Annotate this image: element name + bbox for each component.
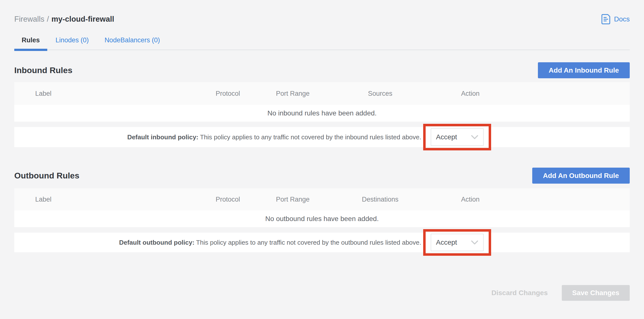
footer-actions: Discard Changes Save Changes bbox=[14, 285, 630, 301]
docs-icon bbox=[601, 14, 610, 24]
column-header-protocol: Protocol bbox=[198, 90, 258, 98]
column-header-port-range: Port Range bbox=[258, 196, 328, 203]
column-header-sources: Sources bbox=[328, 90, 433, 98]
inbound-rules-title: Inbound Rules bbox=[14, 66, 72, 75]
column-header-protocol: Protocol bbox=[198, 196, 258, 203]
breadcrumb: Firewalls / my-cloud-firewall bbox=[14, 15, 114, 24]
column-header-port-range: Port Range bbox=[258, 90, 328, 98]
inbound-policy-selected-value: Accept bbox=[436, 133, 457, 141]
firewall-rules-page: Firewalls / my-cloud-firewall Docs Rules… bbox=[0, 0, 644, 319]
topbar: Firewalls / my-cloud-firewall Docs bbox=[14, 14, 630, 24]
tab-linodes-label: Linodes (0) bbox=[56, 36, 89, 44]
tab-linodes[interactable]: Linodes (0) bbox=[48, 36, 96, 50]
outbound-table-header-row: Label Protocol Port Range Destinations A… bbox=[14, 188, 630, 210]
inbound-rules-table: Label Protocol Port Range Sources Action… bbox=[14, 82, 630, 147]
column-header-label: Label bbox=[14, 196, 198, 203]
chevron-down-icon bbox=[471, 135, 478, 139]
tab-rules[interactable]: Rules bbox=[14, 36, 47, 50]
column-header-action: Action bbox=[433, 90, 508, 98]
add-inbound-rule-button[interactable]: Add An Inbound Rule bbox=[538, 62, 630, 78]
row-divider bbox=[14, 227, 630, 232]
tab-bar: Rules Linodes (0) NodeBalancers (0) bbox=[14, 36, 630, 50]
add-outbound-rule-button[interactable]: Add An Outbound Rule bbox=[532, 168, 630, 184]
inbound-policy-highlight-box: Accept bbox=[423, 124, 491, 150]
inbound-section-header: Inbound Rules Add An Inbound Rule bbox=[14, 62, 630, 78]
inbound-policy-select[interactable]: Accept bbox=[431, 128, 484, 146]
outbound-rules-title: Outbound Rules bbox=[14, 171, 79, 180]
row-divider bbox=[14, 122, 630, 127]
column-header-destinations: Destinations bbox=[328, 196, 433, 203]
outbound-empty-message: No outbound rules have been added. bbox=[14, 210, 630, 227]
tab-nodebalancers-label: NodeBalancers (0) bbox=[105, 36, 160, 44]
tab-rules-label: Rules bbox=[22, 36, 40, 44]
outbound-section-header: Outbound Rules Add An Outbound Rule bbox=[14, 168, 630, 184]
column-header-label: Label bbox=[14, 90, 198, 98]
breadcrumb-firewall-name: my-cloud-firewall bbox=[52, 15, 114, 24]
outbound-policy-select[interactable]: Accept bbox=[431, 234, 484, 251]
breadcrumb-separator: / bbox=[47, 15, 49, 24]
docs-link-label: Docs bbox=[614, 15, 630, 23]
outbound-policy-highlight-box: Accept bbox=[423, 229, 491, 256]
outbound-rules-table: Label Protocol Port Range Destinations A… bbox=[14, 188, 630, 252]
inbound-policy-description: This policy applies to any traffic not c… bbox=[198, 134, 421, 141]
inbound-policy-row: Default inbound policy: This policy appl… bbox=[14, 127, 630, 147]
discard-changes-button[interactable]: Discard Changes bbox=[489, 289, 550, 297]
outbound-policy-selected-value: Accept bbox=[436, 238, 457, 246]
inbound-table-header-row: Label Protocol Port Range Sources Action bbox=[14, 82, 630, 105]
inbound-empty-message: No inbound rules have been added. bbox=[14, 105, 630, 122]
inbound-policy-text: Default inbound policy: This policy appl… bbox=[127, 134, 421, 141]
active-tab-indicator bbox=[14, 49, 47, 51]
docs-link[interactable]: Docs bbox=[601, 14, 630, 24]
breadcrumb-firewalls-link[interactable]: Firewalls bbox=[14, 15, 44, 24]
outbound-policy-text: Default outbound policy: This policy app… bbox=[119, 239, 421, 246]
save-changes-button[interactable]: Save Changes bbox=[562, 285, 630, 301]
column-header-action: Action bbox=[433, 196, 508, 203]
outbound-policy-label: Default outbound policy: bbox=[119, 239, 194, 246]
outbound-policy-description: This policy applies to any traffic not c… bbox=[194, 239, 421, 246]
tab-nodebalancers[interactable]: NodeBalancers (0) bbox=[97, 36, 168, 50]
inbound-policy-label: Default inbound policy: bbox=[127, 134, 198, 141]
chevron-down-icon bbox=[471, 240, 478, 245]
outbound-policy-row: Default outbound policy: This policy app… bbox=[14, 232, 630, 252]
